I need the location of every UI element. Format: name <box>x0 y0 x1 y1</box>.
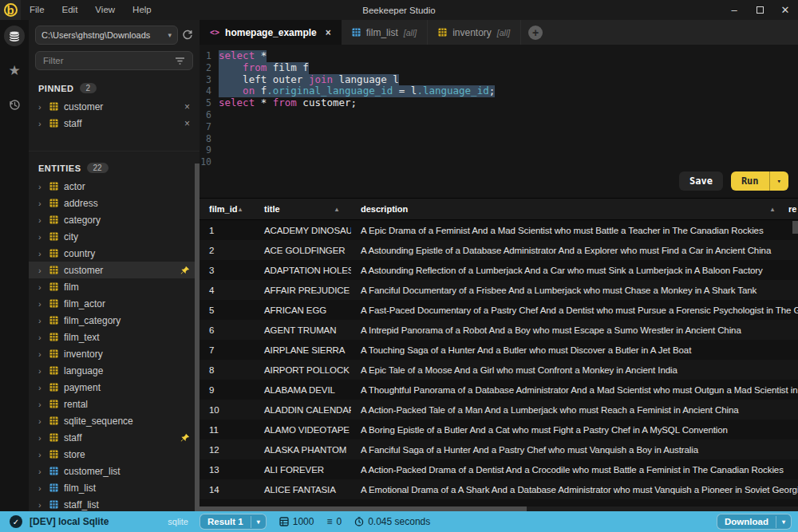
entity-item-rental[interactable]: ›rental <box>29 396 200 412</box>
chevron-right-icon[interactable]: › <box>38 433 44 443</box>
column-header-re[interactable]: re <box>787 199 798 219</box>
tab-inventory[interactable]: inventory[all] <box>428 20 521 45</box>
chevron-right-icon[interactable]: › <box>38 102 44 112</box>
entity-item-staff[interactable]: ›staff <box>29 429 200 446</box>
code-line-8[interactable]: 8 <box>200 133 798 145</box>
entity-item-actor[interactable]: ›actor <box>29 178 200 195</box>
menu-view[interactable]: View <box>86 0 124 20</box>
unpin-close-icon[interactable]: × <box>184 101 190 112</box>
refresh-button[interactable] <box>182 30 193 41</box>
code-line-5[interactable]: 5select * from customer; <box>200 97 798 109</box>
download-button[interactable]: Download ▾ <box>717 514 792 530</box>
chevron-right-icon[interactable]: › <box>38 249 44 258</box>
table-row[interactable]: 2ACE GOLDFINGERA Astounding Epistle of a… <box>200 240 798 260</box>
pinned-header[interactable]: PINNED 2 <box>29 83 200 98</box>
entity-item-city[interactable]: ›city <box>29 228 200 245</box>
tables-rail-button[interactable] <box>4 26 25 46</box>
close-button[interactable]: ✕ <box>772 0 798 20</box>
history-rail-button[interactable] <box>4 94 25 115</box>
table-row[interactable]: 5AFRICAN EGGA Fast-Paced Documentary of … <box>200 300 798 320</box>
menu-file[interactable]: File <box>21 0 53 20</box>
chevron-right-icon[interactable]: › <box>38 467 44 476</box>
chevron-right-icon[interactable]: › <box>38 266 44 275</box>
result-selector[interactable]: Result 1 ▾ <box>200 514 267 530</box>
entity-item-payment[interactable]: ›payment <box>29 379 200 396</box>
chevron-right-icon[interactable]: › <box>38 182 44 191</box>
pinned-item-customer[interactable]: ›customer× <box>29 98 200 115</box>
entity-item-inventory[interactable]: ›inventory <box>29 345 200 362</box>
code-line-2[interactable]: 2 from film f <box>200 62 798 74</box>
code-line-6[interactable]: 6 <box>200 109 798 121</box>
entity-item-film_actor[interactable]: ›film_actor <box>29 295 200 312</box>
sort-asc-icon[interactable]: ▴ <box>239 206 242 213</box>
sort-asc-icon[interactable]: ▴ <box>771 206 774 213</box>
table-row[interactable]: 9ALABAMA DEVILA Thoughtful Panorama of a… <box>200 380 798 400</box>
table-row[interactable]: 3ADAPTATION HOLESA Astounding Reflection… <box>200 260 798 280</box>
save-button[interactable]: Save <box>679 171 723 191</box>
chevron-right-icon[interactable]: › <box>38 383 44 392</box>
menu-edit[interactable]: Edit <box>53 0 87 20</box>
connection-select[interactable]: C:\Users\ghstng\Downloads ▾ <box>35 26 178 45</box>
chevron-right-icon[interactable]: › <box>38 416 44 426</box>
table-row[interactable]: 14ALICE FANTASIAA Emotional Drama of a A… <box>200 479 798 499</box>
entity-item-customer[interactable]: ›customer <box>29 262 200 278</box>
table-row[interactable]: 10ALADDIN CALENDARA Action-Packed Tale o… <box>200 400 798 420</box>
sort-asc-icon[interactable]: ▴ <box>335 206 338 213</box>
table-row[interactable]: 11ALAMO VIDEOTAPEA Boring Epistle of a B… <box>200 420 798 439</box>
chevron-right-icon[interactable]: › <box>38 299 44 309</box>
new-tab-button[interactable]: + <box>528 26 543 40</box>
entity-item-customer_list[interactable]: ›customer_list <box>29 463 200 479</box>
table-row[interactable]: 15ALIEN CENTERA Brilliant Drama of a Cat… <box>200 499 798 506</box>
table-row[interactable]: 4AFFAIR PREJUDICEA Fanciful Documentary … <box>200 280 798 300</box>
chevron-right-icon[interactable]: › <box>38 333 44 342</box>
chevron-right-icon[interactable]: › <box>38 500 44 510</box>
entity-item-staff_list[interactable]: ›staff_list <box>29 496 200 513</box>
table-row[interactable]: 7AIRPLANE SIERRAA Touching Saga of a Hun… <box>200 340 798 360</box>
run-button[interactable]: Run ▾ <box>731 171 788 191</box>
entity-item-film[interactable]: ›film <box>29 278 200 295</box>
code-line-7[interactable]: 7 <box>200 121 798 133</box>
entity-item-address[interactable]: ›address <box>29 195 200 211</box>
chevron-right-icon[interactable]: › <box>38 450 44 459</box>
code-line-9[interactable]: 9 <box>200 144 798 156</box>
chevron-right-icon[interactable]: › <box>38 483 44 493</box>
code-line-10[interactable]: 10 <box>200 156 798 168</box>
results-vertical-scrollbar[interactable] <box>792 221 798 234</box>
code-line-3[interactable]: 3 left outer join language l <box>200 74 798 86</box>
entity-item-country[interactable]: ›country <box>29 245 200 262</box>
chevron-right-icon[interactable]: › <box>38 366 44 376</box>
entity-item-language[interactable]: ›language <box>29 362 200 379</box>
pinned-item-staff[interactable]: ›staff× <box>29 115 200 132</box>
maximize-button[interactable] <box>747 0 772 20</box>
menu-help[interactable]: Help <box>124 0 160 20</box>
table-row[interactable]: 6AGENT TRUMANA Intrepid Panorama of a Ro… <box>200 320 798 340</box>
run-options-caret[interactable]: ▾ <box>769 171 788 191</box>
tab-homepage_example[interactable]: <>homepage_example× <box>200 20 342 45</box>
filter-input[interactable]: Filter <box>35 51 193 70</box>
chevron-right-icon[interactable]: › <box>38 215 44 225</box>
column-header-description[interactable]: description▴ <box>351 199 787 219</box>
column-header-film_id[interactable]: film_id▴ <box>200 199 255 219</box>
entity-item-sqlite_sequence[interactable]: ›sqlite_sequence <box>29 412 200 429</box>
table-row[interactable]: 12ALASKA PHANTOMA Fanciful Saga of a Hun… <box>200 439 798 459</box>
tab-film_list[interactable]: film_list[all] <box>342 20 428 45</box>
tab-close-icon[interactable]: × <box>326 27 331 38</box>
entity-item-film_text[interactable]: ›film_text <box>29 329 200 345</box>
chevron-right-icon[interactable]: › <box>38 119 44 128</box>
connection-status[interactable]: ✓ [DEV] local Sqlite sqlite <box>0 515 200 528</box>
entity-item-film_list[interactable]: ›film_list <box>29 479 200 496</box>
table-row[interactable]: 1ACADEMY DINOSAURA Epic Drama of a Femin… <box>200 220 798 240</box>
table-row[interactable]: 8AIRPORT POLLOCKA Epic Tale of a Moose A… <box>200 360 798 380</box>
code-line-1[interactable]: 1select * <box>200 50 798 62</box>
entities-header[interactable]: ENTITIES 22 <box>29 163 200 178</box>
column-header-title[interactable]: title▴ <box>255 199 351 219</box>
chevron-right-icon[interactable]: › <box>38 400 44 409</box>
chevron-right-icon[interactable]: › <box>38 349 44 359</box>
unpin-close-icon[interactable]: × <box>184 118 190 129</box>
chevron-right-icon[interactable]: › <box>38 232 44 242</box>
entity-item-film_category[interactable]: ›film_category <box>29 312 200 329</box>
entity-item-category[interactable]: ›category <box>29 211 200 228</box>
run-button-label[interactable]: Run <box>731 171 769 191</box>
entity-item-store[interactable]: ›store <box>29 446 200 463</box>
sql-editor[interactable]: 1select *2 from film f3 left outer join … <box>200 45 798 198</box>
